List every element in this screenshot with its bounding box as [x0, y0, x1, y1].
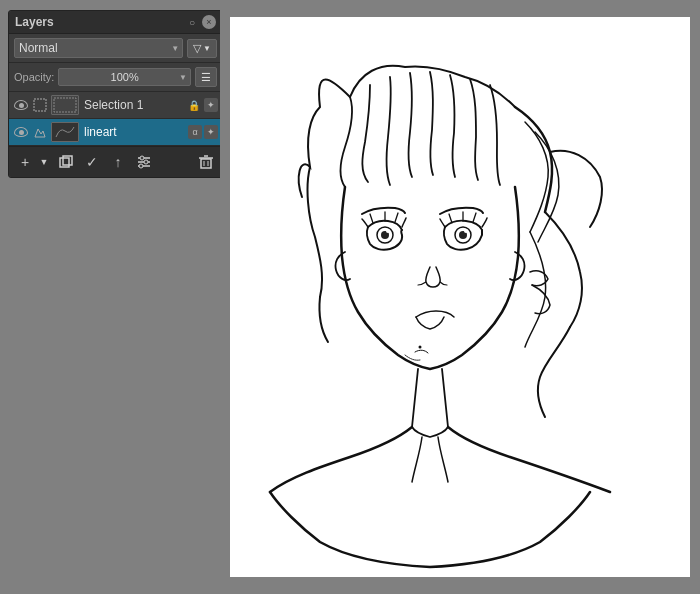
svg-point-17: [386, 229, 390, 233]
delete-layer-button[interactable]: [195, 151, 217, 173]
panel-titlebar: Layers ○ ×: [9, 11, 222, 34]
duplicate-layer-button[interactable]: [55, 151, 77, 173]
svg-rect-0: [34, 99, 46, 111]
add-layer-button[interactable]: +: [14, 151, 36, 173]
layer-badge-selection1: ✦: [204, 98, 218, 112]
layer-item-lineart[interactable]: lineart α ✦: [9, 119, 222, 146]
layer-type-icon-lineart: [32, 124, 48, 140]
layer-list: Selection 1 🔒 ✦ lineart α: [9, 92, 222, 146]
layer-settings-button[interactable]: [133, 151, 155, 173]
svg-point-8: [144, 160, 148, 164]
layer-name-lineart: lineart: [82, 125, 185, 139]
filter-button[interactable]: ▽ ▼: [187, 39, 217, 58]
opacity-row: Opacity: 100% ☰: [9, 63, 222, 92]
layer-name-selection1: Selection 1: [82, 98, 184, 112]
panel-title-icons: ○ ×: [186, 15, 216, 29]
filter-icon: ▽: [193, 42, 201, 55]
opacity-value: 100%: [58, 68, 191, 86]
layers-panel: Layers ○ × NormalMultiplyScreenOverlayDa…: [8, 10, 223, 178]
drawing-canvas: [230, 17, 690, 577]
layer-thumb-selection1: [51, 95, 79, 115]
filter-dropdown-icon: ▼: [203, 44, 211, 53]
opacity-label: Opacity:: [14, 71, 54, 83]
svg-point-7: [140, 156, 144, 160]
panel-dots-icon[interactable]: ○: [186, 16, 198, 28]
panel-toolbar: + ▼ ✓ ↑: [9, 146, 222, 177]
svg-point-21: [419, 346, 422, 349]
svg-rect-10: [201, 159, 211, 168]
canvas-white[interactable]: [230, 17, 690, 577]
move-layer-up-button[interactable]: ↑: [107, 151, 129, 173]
panel-title: Layers: [15, 15, 54, 29]
layer-badge-lineart: ✦: [204, 125, 218, 139]
layer-badge-alpha: α: [188, 125, 202, 139]
lock-icon-selection1[interactable]: 🔒: [187, 98, 201, 112]
layer-thumb-lineart: [51, 122, 79, 142]
layer-extra-icons-lineart: α ✦: [188, 125, 218, 139]
add-layer-dropdown[interactable]: ▼: [37, 151, 51, 173]
svg-point-20: [464, 229, 468, 233]
add-layer-group: + ▼: [14, 151, 51, 173]
layer-item-selection1[interactable]: Selection 1 🔒 ✦: [9, 92, 222, 119]
canvas-area: [220, 0, 700, 594]
svg-point-9: [139, 164, 143, 168]
panel-close-button[interactable]: ×: [202, 15, 216, 29]
layer-visibility-lineart[interactable]: [13, 124, 29, 140]
blend-mode-select-wrapper[interactable]: NormalMultiplyScreenOverlayDarkenLighten: [14, 38, 183, 58]
eye-icon-lineart: [14, 127, 28, 137]
layer-visibility-selection1[interactable]: [13, 97, 29, 113]
merge-layer-button[interactable]: ✓: [81, 151, 103, 173]
layer-extra-icons-selection1: ✦: [204, 98, 218, 112]
layer-type-icon-selection1: [32, 97, 48, 113]
svg-rect-1: [54, 98, 76, 112]
blend-mode-row: NormalMultiplyScreenOverlayDarkenLighten…: [9, 34, 222, 63]
opacity-value-wrapper[interactable]: 100%: [58, 68, 191, 86]
opacity-menu-button[interactable]: ☰: [195, 67, 217, 87]
blend-mode-select[interactable]: NormalMultiplyScreenOverlayDarkenLighten: [14, 38, 183, 58]
eye-icon-selection1: [14, 100, 28, 110]
